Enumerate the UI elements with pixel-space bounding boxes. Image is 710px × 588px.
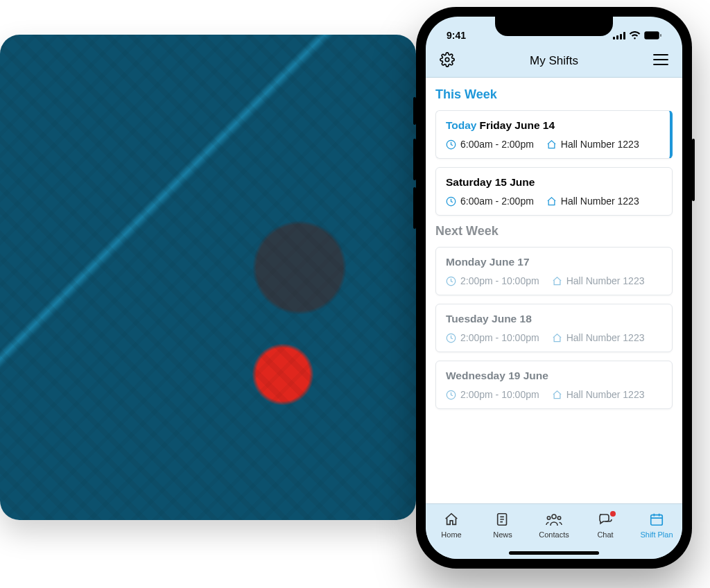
shift-location: Hall Number 1223 [566,332,645,343]
notification-badge [610,511,616,517]
svg-rect-3 [623,32,625,40]
phone-side-button [692,139,695,201]
tab-label: Chat [597,530,613,539]
home-icon [444,512,459,528]
hamburger-icon [653,53,668,69]
location-icon [546,139,557,150]
home-indicator[interactable] [509,551,599,555]
svg-point-7 [445,58,449,62]
contacts-icon [546,512,562,528]
shift-location: Hall Number 1223 [561,196,639,207]
shift-date-text: Friday June 14 [480,119,555,131]
menu-button[interactable] [652,52,670,70]
background-photo [0,35,416,520]
shift-card[interactable]: Saturday 15 June 6:00am - 2:00pm Hall Nu… [435,167,673,216]
shifts-list[interactable]: This Week TodayFriday June 14 6:00am - 2… [426,78,682,503]
svg-rect-1 [616,35,618,40]
clock-icon [446,333,456,343]
cellular-icon [613,32,625,40]
gear-icon [440,52,455,70]
calendar-icon [649,512,664,528]
shift-location: Hall Number 1223 [561,139,639,150]
svg-point-21 [547,517,550,519]
shift-time: 6:00am - 2:00pm [460,196,534,207]
clock-icon [446,139,456,150]
tab-label: Home [441,530,461,539]
clock-icon [446,390,456,400]
shift-location: Hall Number 1223 [566,275,645,286]
phone-notch [495,17,613,36]
location-icon [552,333,562,343]
svg-rect-6 [660,34,661,37]
clock-icon [446,196,456,207]
shift-card[interactable]: TodayFriday June 14 6:00am - 2:00pm Hall… [435,110,673,159]
shift-time: 2:00pm - 10:00pm [460,275,539,286]
status-time: 9:41 [447,30,466,41]
location-icon [552,390,562,400]
page-title: My Shifts [530,54,578,68]
tab-chat[interactable]: Chat [580,504,631,546]
shift-card[interactable]: Monday June 17 2:00pm - 10:00pm Hall Num… [435,247,673,295]
shift-date: TodayFriday June 14 [446,119,660,132]
tab-home[interactable]: Home [426,504,477,546]
shift-card[interactable]: Wednesday 19 June 2:00pm - 10:00pm Hall … [435,361,673,409]
tab-label: Contacts [539,530,569,539]
phone-side-button [413,97,416,125]
today-label: Today [446,119,477,131]
phone-screen: 9:41 My Shifts [426,17,682,559]
svg-rect-5 [646,33,658,38]
phone-side-button [413,139,416,180]
wifi-icon [629,31,641,40]
section-title-this-week: This Week [435,87,673,102]
shift-time: 2:00pm - 10:00pm [460,389,539,400]
app-header: My Shifts [426,44,682,78]
section-title-next-week: Next Week [435,224,673,239]
battery-icon [644,31,661,40]
bottom-tabbar: Home News Contacts Chat Shift Plan [426,503,682,559]
svg-rect-23 [651,515,663,526]
svg-rect-0 [613,37,615,40]
shift-date: Tuesday June 18 [446,313,662,325]
tab-label: Shift Plan [640,530,673,539]
tab-label: News [493,530,512,539]
news-icon [495,512,510,528]
settings-button[interactable] [438,52,456,70]
phone-frame: 9:41 My Shifts [416,7,692,569]
svg-point-22 [557,517,560,519]
clock-icon [446,276,456,286]
shift-date: Saturday 15 June [446,176,662,189]
shift-date: Wednesday 19 June [446,370,662,382]
shift-time: 2:00pm - 10:00pm [460,332,539,343]
shift-date: Monday June 17 [446,256,662,268]
tab-news[interactable]: News [477,504,528,546]
tab-contacts[interactable]: Contacts [528,504,580,546]
svg-rect-2 [620,34,622,40]
shift-location: Hall Number 1223 [566,389,645,400]
svg-point-20 [552,514,556,519]
phone-side-button [413,187,416,229]
tab-shift-plan[interactable]: Shift Plan [631,504,682,546]
location-icon [546,196,557,207]
location-icon [552,276,562,286]
shift-time: 6:00am - 2:00pm [460,139,534,150]
shift-card[interactable]: Tuesday June 18 2:00pm - 10:00pm Hall Nu… [435,304,673,352]
